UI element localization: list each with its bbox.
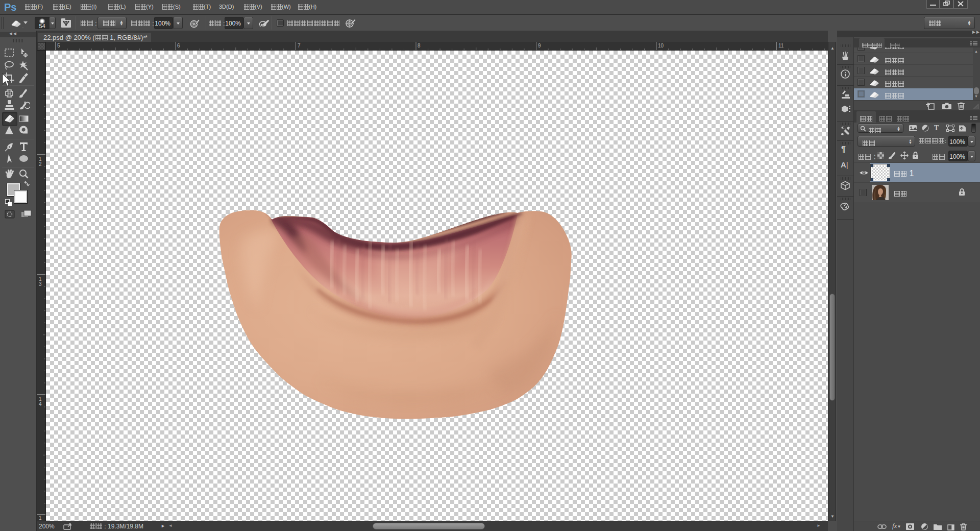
svg-text:11: 11 (778, 43, 784, 49)
svg-text:1: 1 (39, 515, 42, 521)
svg-text:7: 7 (298, 43, 301, 49)
svg-text:2: 2 (39, 161, 42, 167)
svg-text:8: 8 (418, 43, 421, 49)
svg-text:3: 3 (39, 281, 42, 287)
svg-text:4: 4 (39, 401, 42, 407)
svg-text:10: 10 (658, 43, 664, 49)
svg-text:5: 5 (57, 43, 60, 49)
svg-text:6: 6 (177, 43, 180, 49)
svg-text:9: 9 (538, 43, 541, 49)
